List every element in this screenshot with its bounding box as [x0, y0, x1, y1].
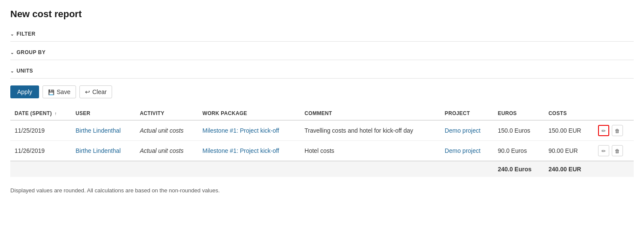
filter-section-header[interactable]: ⌄ FILTER	[10, 27, 634, 42]
table-row: 11/26/2019Birthe LindenthalActual unit c…	[10, 141, 634, 161]
table-row: 11/25/2019Birthe LindenthalActual unit c…	[10, 120, 634, 141]
save-button[interactable]: Save	[43, 85, 76, 98]
group-by-section-header[interactable]: ⌄ GROUP BY	[10, 45, 634, 60]
sort-arrow-icon: ↑	[55, 111, 57, 116]
footer-euros: 240.0 Euros	[493, 161, 544, 177]
col-header-work-package: WORK PACKAGE	[198, 107, 301, 120]
filter-section-label: FILTER	[17, 31, 36, 37]
cell-work-package: Milestone #1: Project kick-off	[198, 141, 301, 161]
save-icon	[48, 88, 55, 95]
toolbar: Apply Save Clear	[10, 79, 634, 105]
cell-activity: Actual unit costs	[136, 120, 198, 141]
delete-button[interactable]	[612, 145, 623, 156]
group-by-section-label: GROUP BY	[17, 49, 46, 55]
cell-comment: Hotel costs	[300, 141, 440, 161]
trash-icon	[615, 148, 620, 154]
cell-work-package: Milestone #1: Project kick-off	[198, 120, 301, 141]
units-chevron-icon: ⌄	[10, 69, 14, 73]
cell-euros: 90.0 Euros	[493, 141, 544, 161]
cell-comment: Travelling costs and hotel for kick-off …	[300, 120, 440, 141]
group-by-chevron-icon: ⌄	[10, 50, 14, 55]
edit-icon	[601, 148, 606, 154]
cell-project: Demo project	[440, 120, 494, 141]
col-header-euros: EUROS	[493, 107, 544, 120]
cell-actions	[594, 120, 634, 141]
cell-euros: 150.0 Euros	[493, 120, 544, 141]
col-header-costs: COSTS	[544, 107, 593, 120]
table-header-row: DATE (SPENT) ↑ USER ACTIVITY WORK PACKAG…	[10, 107, 634, 120]
cell-project: Demo project	[440, 141, 494, 161]
col-header-user: USER	[71, 107, 136, 120]
units-section-header[interactable]: ⌄ UNITS	[10, 64, 634, 79]
edit-button[interactable]	[598, 125, 609, 136]
footer-costs: 240.00 EUR	[544, 161, 593, 177]
cost-report-table: DATE (SPENT) ↑ USER ACTIVITY WORK PACKAG…	[10, 107, 634, 177]
filter-chevron-icon: ⌄	[10, 32, 14, 36]
undo-icon	[85, 88, 90, 95]
col-header-actions	[594, 107, 634, 120]
cell-costs: 90.00 EUR	[544, 141, 593, 161]
clear-button[interactable]: Clear	[79, 85, 112, 98]
delete-button[interactable]	[612, 125, 623, 136]
cell-date: 11/25/2019	[10, 120, 71, 141]
col-header-activity: ACTIVITY	[136, 107, 198, 120]
col-header-date[interactable]: DATE (SPENT) ↑	[10, 107, 71, 120]
cell-actions	[594, 141, 634, 161]
table-footer-row: 240.0 Euros 240.00 EUR	[10, 161, 634, 177]
trash-icon	[615, 128, 620, 134]
edit-button[interactable]	[598, 145, 609, 156]
cell-activity: Actual unit costs	[136, 141, 198, 161]
cell-user: Birthe Lindenthal	[71, 141, 136, 161]
apply-button[interactable]: Apply	[10, 85, 39, 98]
page-title: New cost report	[10, 9, 634, 20]
cell-costs: 150.00 EUR	[544, 120, 593, 141]
units-section-label: UNITS	[17, 68, 33, 74]
cell-date: 11/26/2019	[10, 141, 71, 161]
col-header-project: PROJECT	[440, 107, 494, 120]
cell-user: Birthe Lindenthal	[71, 120, 136, 141]
footer-note: Displayed values are rounded. All calcul…	[10, 187, 634, 194]
edit-icon	[601, 128, 606, 134]
col-header-comment: COMMENT	[300, 107, 440, 120]
